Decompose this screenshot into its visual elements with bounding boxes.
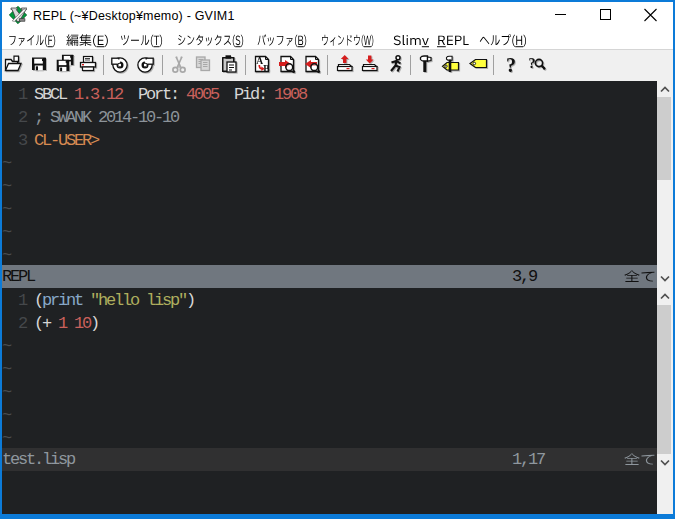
svg-text:?: ? [506, 54, 516, 74]
svg-text:?: ? [528, 56, 535, 71]
